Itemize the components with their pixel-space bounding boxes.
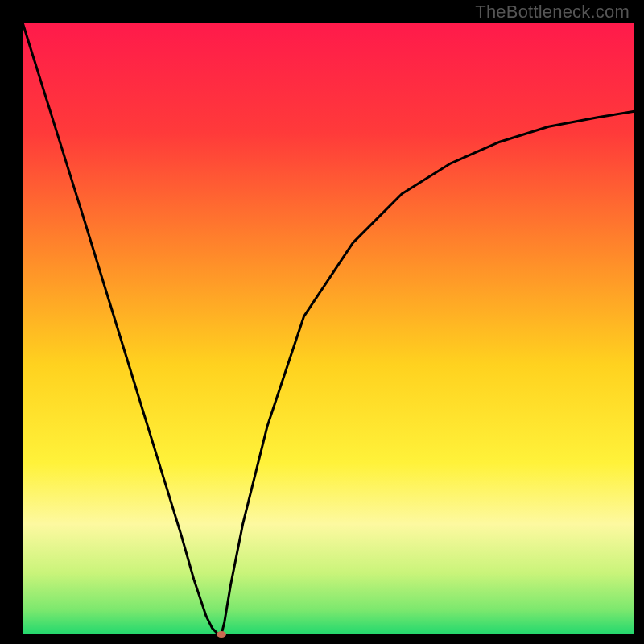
optimum-marker <box>217 631 226 638</box>
bottleneck-chart: TheBottleneck.com <box>0 0 644 644</box>
watermark-text: TheBottleneck.com <box>475 2 630 23</box>
chart-svg <box>0 0 644 644</box>
plot-background <box>23 23 634 634</box>
